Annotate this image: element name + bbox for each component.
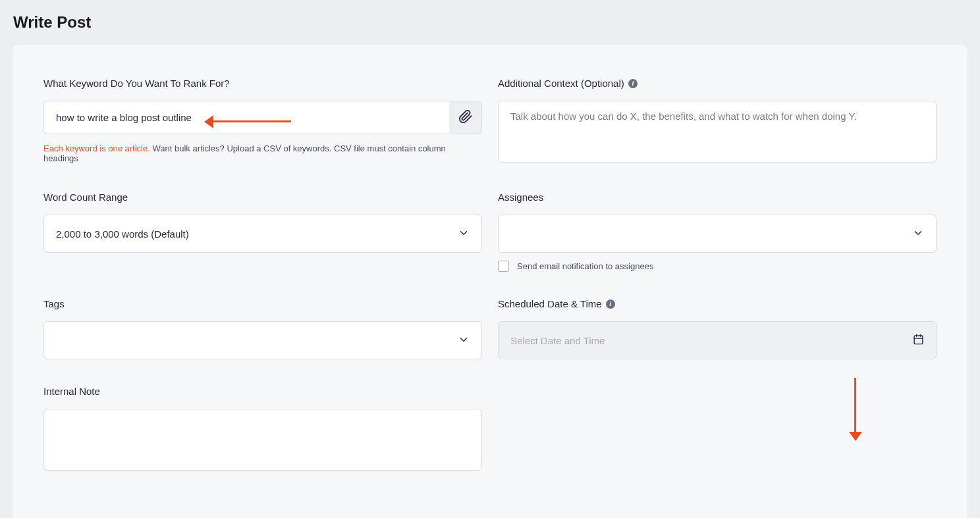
internal-note-label: Internal Note <box>43 386 482 397</box>
scheduled-label: Scheduled Date & Time i <box>498 298 937 309</box>
chevron-down-icon <box>458 227 470 241</box>
keyword-helper-red: Each keyword is one article. <box>43 143 150 153</box>
keyword-label: What Keyword Do You Want To Rank For? <box>43 78 482 89</box>
word-count-field: Word Count Range 2,000 to 3,000 words (D… <box>43 192 482 272</box>
svg-rect-0 <box>914 336 923 344</box>
keyword-helper: Each keyword is one article. Want bulk a… <box>43 143 482 163</box>
context-label: Additional Context (Optional) i <box>498 78 937 89</box>
tags-label: Tags <box>43 298 482 309</box>
notify-assignees-checkbox[interactable] <box>498 261 509 272</box>
word-count-select[interactable]: 2,000 to 3,000 words (Default) <box>43 215 482 253</box>
scheduled-placeholder: Select Date and Time <box>510 335 605 346</box>
context-field: Additional Context (Optional) i <box>498 78 937 165</box>
internal-note-field: Internal Note <box>43 386 482 473</box>
internal-note-textarea[interactable] <box>43 409 482 471</box>
chevron-down-icon <box>912 227 924 241</box>
context-textarea[interactable] <box>498 101 937 163</box>
tags-field: Tags <box>43 298 482 359</box>
info-icon: i <box>606 299 615 309</box>
tags-select[interactable] <box>43 321 482 359</box>
scheduled-field: Scheduled Date & Time i Select Date and … <box>498 298 937 359</box>
assignees-field: Assignees Send email notification to ass… <box>498 192 937 272</box>
notify-assignees-label: Send email notification to assignees <box>517 261 653 271</box>
scheduled-datetime-input[interactable]: Select Date and Time <box>498 321 937 359</box>
word-count-value: 2,000 to 3,000 words (Default) <box>56 228 189 240</box>
keyword-field: What Keyword Do You Want To Rank For? Ea… <box>43 78 482 165</box>
keyword-input[interactable] <box>43 101 449 134</box>
calendar-icon <box>913 334 924 347</box>
form-card: What Keyword Do You Want To Rank For? Ea… <box>13 45 967 518</box>
assignees-select[interactable] <box>498 215 937 253</box>
word-count-label: Word Count Range <box>43 192 482 203</box>
paperclip-icon <box>458 109 473 126</box>
info-icon: i <box>628 79 638 88</box>
assignees-label: Assignees <box>498 192 937 203</box>
page-title: Write Post <box>13 13 967 32</box>
attach-button[interactable] <box>449 101 482 134</box>
chevron-down-icon <box>458 334 470 348</box>
